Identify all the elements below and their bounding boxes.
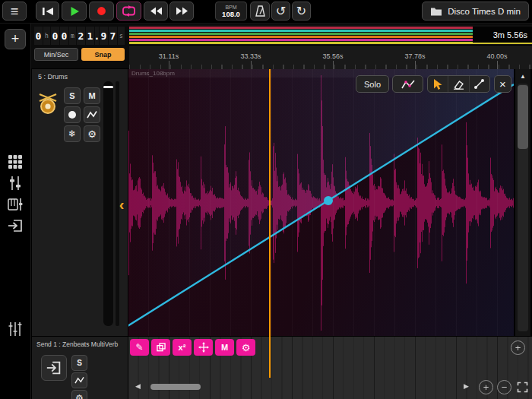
zoom-out-button[interactable]: − bbox=[497, 380, 511, 394]
time-format-label: Min/Sec bbox=[44, 51, 69, 59]
time-digit: 1 bbox=[86, 27, 94, 45]
track-automation-button[interactable] bbox=[84, 106, 100, 123]
pointer-tool-button[interactable] bbox=[428, 76, 448, 92]
gear-icon: ⚙ bbox=[87, 128, 97, 140]
track-icon-button[interactable] bbox=[36, 90, 60, 115]
automation-display-button[interactable] bbox=[392, 75, 423, 93]
play-button[interactable] bbox=[62, 2, 87, 21]
vertical-scrollbar[interactable]: ▲ bbox=[515, 68, 530, 336]
collapse-panel-button[interactable]: ‹ bbox=[116, 195, 128, 214]
horizontal-scrollbar-thumb[interactable] bbox=[150, 384, 201, 390]
project-menu-button[interactable]: Disco Times D min bbox=[422, 2, 529, 21]
scroll-left-button[interactable]: ◀ bbox=[135, 382, 141, 390]
pad-grid-icon bbox=[8, 154, 23, 169]
track-settings-button[interactable]: ⚙ bbox=[84, 125, 100, 142]
track-header-panel: 5 : Drums S M ❄ ⚙ ‹ bbox=[32, 68, 128, 337]
overview-track-stripe bbox=[129, 39, 532, 41]
automation-curve-icon bbox=[401, 79, 415, 90]
chevron-left-icon: ‹ bbox=[119, 196, 125, 214]
overview-track-stripe bbox=[129, 30, 532, 32]
sidebar-item-mixer[interactable] bbox=[7, 175, 24, 192]
rewind-button[interactable] bbox=[144, 2, 168, 21]
send-arrow-icon bbox=[46, 359, 62, 376]
undo-button[interactable]: ↺ bbox=[271, 2, 290, 21]
line-tool-icon bbox=[473, 78, 485, 90]
redo-icon: ↻ bbox=[296, 5, 306, 17]
eraser-icon bbox=[453, 79, 464, 90]
automation-curve-icon bbox=[74, 376, 84, 385]
track-name: 5 : Drums bbox=[38, 73, 68, 81]
sidebar-item-instruments[interactable] bbox=[7, 196, 24, 213]
automation-fill bbox=[128, 69, 514, 326]
song-overview-minimap[interactable]: 3m 5.56s bbox=[129, 25, 532, 45]
send-solo-button[interactable]: S bbox=[71, 355, 87, 371]
loop-button[interactable] bbox=[116, 2, 141, 21]
move-tool-button[interactable] bbox=[194, 339, 213, 356]
send-icon-button[interactable] bbox=[41, 355, 67, 381]
snap-button[interactable]: Snap bbox=[81, 48, 125, 61]
duplicate-tool-button[interactable] bbox=[151, 339, 170, 356]
ruler-tick bbox=[415, 61, 416, 69]
automation-point[interactable] bbox=[324, 196, 333, 205]
automation-edit-lane[interactable]: ✎ x² M ⚙ + ◀ ▶ + − bbox=[128, 336, 532, 399]
sidebar-item-mixer-faders[interactable] bbox=[7, 321, 24, 337]
line-tool-button[interactable] bbox=[469, 76, 489, 92]
bpm-display[interactable]: BPM 108.0 bbox=[215, 2, 247, 21]
fullscreen-icon bbox=[517, 382, 528, 393]
vertical-scrollbar-thumb[interactable] bbox=[518, 85, 528, 149]
sliders-icon bbox=[8, 176, 23, 191]
record-button[interactable] bbox=[89, 2, 114, 21]
overview-track-stripe bbox=[129, 42, 532, 44]
track-mute-button[interactable]: M bbox=[84, 87, 100, 104]
fast-forward-button[interactable] bbox=[169, 2, 194, 21]
project-name: Disco Times D min bbox=[448, 7, 521, 16]
eraser-tool-button[interactable] bbox=[448, 76, 468, 92]
playhead[interactable] bbox=[269, 45, 271, 378]
send-settings-button[interactable]: ⚙ bbox=[71, 390, 87, 399]
drum-kit-icon bbox=[36, 90, 60, 115]
close-editor-button[interactable]: × bbox=[494, 75, 511, 93]
volume-fader-handle[interactable] bbox=[103, 86, 113, 88]
x-squared-label: x² bbox=[179, 343, 186, 352]
menu-button[interactable]: ≡ bbox=[2, 2, 27, 21]
metronome-button[interactable] bbox=[250, 2, 270, 21]
mute-tool-button[interactable]: M bbox=[215, 339, 234, 356]
sidebar-item-export[interactable] bbox=[7, 217, 24, 234]
plus-icon: + bbox=[483, 382, 489, 392]
redo-button[interactable]: ↻ bbox=[292, 2, 311, 21]
ruler-tick bbox=[251, 61, 252, 69]
move-icon bbox=[198, 342, 209, 353]
close-icon: × bbox=[499, 78, 506, 90]
sidebar-item-pads[interactable] bbox=[7, 154, 24, 170]
ruler-label: 31.11s bbox=[159, 52, 179, 60]
zoom-in-button[interactable]: + bbox=[479, 380, 493, 394]
time-digit: 9 bbox=[100, 27, 108, 45]
automation-curve-icon bbox=[87, 110, 97, 119]
exponent-tool-button[interactable]: x² bbox=[173, 339, 192, 356]
scroll-right-button[interactable]: ▶ bbox=[464, 382, 469, 390]
time-digit: s bbox=[118, 27, 125, 45]
fullscreen-button[interactable] bbox=[515, 380, 530, 394]
arrow-up-icon: ▲ bbox=[520, 73, 526, 80]
time-format-button[interactable]: Min/Sec bbox=[34, 48, 78, 61]
track-solo-button[interactable]: S bbox=[64, 87, 81, 104]
time-digit: 0 bbox=[34, 27, 43, 45]
freeze-button[interactable]: ❄ bbox=[64, 125, 81, 142]
time-display[interactable]: 0h00m21.97s bbox=[34, 27, 125, 45]
draw-tool-button[interactable]: ✎ bbox=[130, 339, 149, 356]
arrangement-editor[interactable]: Drums_108bpm Solo bbox=[128, 68, 514, 337]
record-arm-icon bbox=[68, 110, 77, 119]
skip-to-start-button[interactable] bbox=[36, 2, 59, 21]
settings-tool-button[interactable]: ⚙ bbox=[236, 339, 255, 356]
send-automation-button[interactable] bbox=[71, 372, 87, 388]
solo-button[interactable]: Solo bbox=[356, 75, 389, 93]
scroll-up-button[interactable]: ▲ bbox=[515, 71, 530, 81]
mute-label: M bbox=[221, 343, 228, 352]
timeline-ruler[interactable]: 31.11s 33.33s 35.56s 37.78s 40.00s bbox=[129, 45, 532, 69]
volume-fader-track[interactable] bbox=[103, 81, 113, 326]
instrument-icon bbox=[8, 197, 23, 212]
zoom-in-vertical-button[interactable]: + bbox=[511, 340, 525, 355]
ruler-label: 33.33s bbox=[240, 52, 261, 60]
record-arm-button[interactable] bbox=[64, 106, 81, 123]
add-track-button[interactable]: + bbox=[5, 29, 26, 49]
